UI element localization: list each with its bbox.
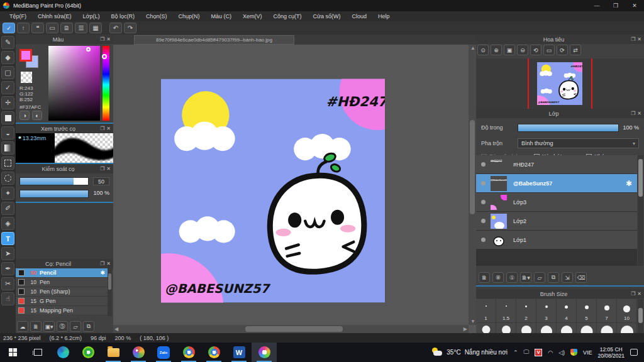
sv-marker[interactable] xyxy=(86,47,91,52)
display-tray-icon[interactable]: 🖵 xyxy=(523,349,529,356)
reset-rotation-button[interactable]: ▭ xyxy=(543,45,555,55)
media-app-taskbar-button[interactable] xyxy=(75,343,101,362)
comment-button[interactable]: ❝ xyxy=(31,23,44,33)
select-tool[interactable] xyxy=(1,156,14,170)
edge-taskbar-button[interactable] xyxy=(50,343,75,362)
lasso-tool[interactable] xyxy=(1,172,14,185)
menu-color[interactable]: Màu (C) xyxy=(206,11,238,21)
menu-file[interactable]: Tệp(F) xyxy=(4,11,32,21)
size-option-large[interactable] xyxy=(577,323,597,333)
size-option-4[interactable]: 4 xyxy=(557,299,577,323)
layer-row-hashtag[interactable]: #HĐ247 #HĐ247 xyxy=(476,155,637,173)
size-option-7[interactable]: 7 xyxy=(597,299,617,323)
brush-row-gpen[interactable]: 15 G Pen xyxy=(16,297,108,306)
language-indicator[interactable]: VIE xyxy=(583,349,592,356)
publish-button[interactable]: ↑ xyxy=(17,23,30,33)
operation-tool[interactable]: ➤ xyxy=(1,247,14,260)
transparent-swatch[interactable] xyxy=(21,72,32,83)
layer-row-3[interactable]: Lớp3 xyxy=(476,193,637,211)
bucket-tool[interactable]: ◒ xyxy=(1,126,14,140)
size-slider[interactable] xyxy=(19,177,89,185)
scroll-left-icon[interactable]: ◀ xyxy=(114,326,118,332)
select-pen-tool[interactable]: ✐ xyxy=(1,202,14,215)
notification-center-icon[interactable] xyxy=(630,349,638,356)
scroll-right-icon[interactable]: ▶ xyxy=(464,326,467,332)
horizontal-scrollbar[interactable]: ◀ ▶ xyxy=(113,325,469,333)
menu-filter[interactable]: Bộ lọc(R) xyxy=(105,11,140,21)
palette-button[interactable]: ◑ xyxy=(19,111,30,120)
color-picker-button[interactable]: ◐ xyxy=(32,111,42,120)
scroll-down-icon[interactable]: ▼ xyxy=(470,319,475,324)
brush-settings-icon[interactable]: ✱ xyxy=(100,270,105,276)
visibility-dot-icon[interactable] xyxy=(481,200,486,204)
duplicate-layer-button[interactable]: ⧉ xyxy=(548,272,559,283)
paint-app-taskbar-button[interactable] xyxy=(126,343,151,362)
size-option-large[interactable] xyxy=(496,323,516,333)
brush-tool[interactable]: ✎ xyxy=(1,36,14,49)
unikey-icon[interactable]: V xyxy=(535,349,542,356)
size-option-large[interactable] xyxy=(557,323,577,333)
foreground-color-swatch[interactable] xyxy=(19,49,32,62)
size-option-large[interactable] xyxy=(476,323,496,333)
volume-icon[interactable]: ◁) xyxy=(558,349,565,356)
clock[interactable]: 12:05 CH 20/08/2021 xyxy=(597,346,625,359)
navigator-thumbnail[interactable] xyxy=(537,62,582,105)
cloud-sync-button[interactable]: ✓ xyxy=(3,23,15,33)
brush-row-pencil[interactable]: 50 Pencil ✱ xyxy=(16,268,108,278)
layer-folder-button[interactable]: ▱ xyxy=(534,272,545,283)
tray-expand-icon[interactable]: ⌃ xyxy=(513,349,518,356)
size-option-1-5[interactable]: 1.5 xyxy=(496,299,516,323)
menu-cloud[interactable]: Cloud xyxy=(347,11,373,21)
chat-button[interactable]: ▭ xyxy=(46,23,58,33)
size-option-large[interactable] xyxy=(536,323,557,333)
undo-button[interactable]: ↶ xyxy=(109,23,122,33)
popout-icon[interactable]: ❐ xyxy=(100,36,104,42)
popout-icon[interactable]: ❐ xyxy=(631,36,635,42)
menu-select[interactable]: Chọn(S) xyxy=(140,11,173,21)
minimize-button[interactable]: — xyxy=(587,0,606,11)
menu-layer[interactable]: Lớp(L) xyxy=(77,11,106,21)
popout-icon[interactable]: ❐ xyxy=(100,166,104,172)
opacity-slider[interactable] xyxy=(19,190,89,198)
polyline-tool[interactable]: ✓ xyxy=(1,81,14,94)
brush-row-pen[interactable]: 10 Pen xyxy=(16,278,108,287)
brush-row-pen-sharp[interactable]: 10 Pen (Sharp) xyxy=(16,287,108,297)
chrome-taskbar-button[interactable] xyxy=(176,343,201,362)
brush-row-mapping-pen[interactable]: 15 Mapping Pen xyxy=(16,306,108,315)
delete-layer-button[interactable]: ⌫ xyxy=(575,272,587,283)
menu-capture[interactable]: Chụp(N) xyxy=(173,11,206,21)
size-option-large[interactable] xyxy=(597,323,617,333)
hue-bar[interactable] xyxy=(103,46,109,121)
visibility-dot-icon[interactable] xyxy=(481,219,486,223)
horizontal-scroll-thumb[interactable] xyxy=(245,326,343,332)
visibility-dot-icon[interactable] xyxy=(481,181,486,185)
vertical-scrollbar[interactable]: ▲ ▼ xyxy=(469,45,476,325)
medibang-taskbar-button[interactable] xyxy=(252,343,277,362)
move-tool[interactable]: ✛ xyxy=(1,96,14,109)
weather-widget[interactable]: 35°C Nắng nhiều nơi xyxy=(431,348,508,358)
zoom-in-button[interactable]: ⊕ xyxy=(491,45,502,55)
rotate-right-button[interactable]: ⟳ xyxy=(557,45,568,55)
brush-folder-button[interactable]: ▱ xyxy=(70,321,81,332)
menu-window[interactable]: Cửa sổ(W) xyxy=(308,11,347,21)
close-icon[interactable]: ✕ xyxy=(637,111,641,116)
file-explorer-taskbar-button[interactable] xyxy=(101,343,126,362)
visibility-dot-icon[interactable] xyxy=(481,162,486,167)
size-option-3[interactable]: 3 xyxy=(536,299,557,323)
script-brush-button[interactable]: Ⓢ xyxy=(57,321,68,332)
fit-window-button[interactable]: ▣ xyxy=(504,45,515,55)
layer-opacity-slider[interactable] xyxy=(518,124,619,132)
wifi-icon[interactable]: ◠ xyxy=(548,349,553,356)
navigator-view[interactable] xyxy=(476,58,644,109)
close-icon[interactable]: ✕ xyxy=(106,166,111,172)
defender-icon[interactable] xyxy=(570,349,577,356)
redo-button[interactable]: ↷ xyxy=(124,23,136,33)
grid-button[interactable]: ▦ xyxy=(89,23,102,33)
layer-settings-icon[interactable]: ✱ xyxy=(626,179,632,188)
flip-button[interactable]: ⇄ xyxy=(570,45,581,55)
select-eraser-tool[interactable]: ◈ xyxy=(1,217,14,230)
popout-icon[interactable]: ❐ xyxy=(100,261,104,266)
close-icon[interactable]: ✕ xyxy=(637,36,641,42)
menu-edit[interactable]: Chỉnh sửa(E) xyxy=(32,11,77,21)
hand-tool[interactable]: ☝ xyxy=(1,292,14,305)
